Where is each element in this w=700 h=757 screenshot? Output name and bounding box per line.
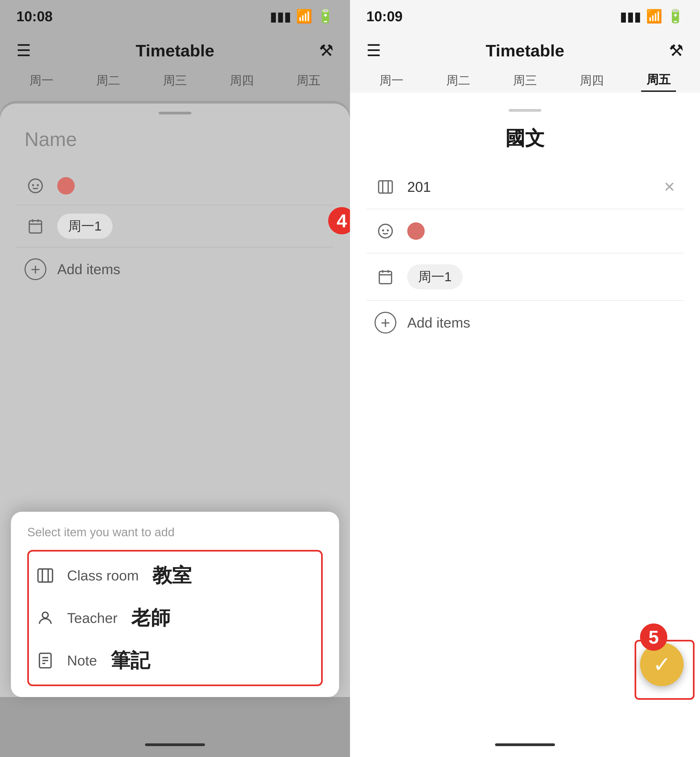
svg-rect-21 (380, 272, 392, 284)
left-panel: 10:08 ▮▮▮ 📶 🔋 ☰ Timetable ⚒ 周一 周二 周三 周四 … (0, 0, 350, 757)
right-tab-tue[interactable]: 周二 (441, 70, 476, 91)
left-bottom-popup: Select item you want to add Class room 教… (11, 512, 339, 697)
right-calendar-icon (375, 266, 396, 288)
right-nav-title: Timetable (486, 41, 564, 60)
right-palette-icon (375, 220, 396, 242)
right-room-value[interactable]: 201 (407, 179, 653, 195)
right-status-icons: ▮▮▮ 📶 🔋 (620, 9, 684, 24)
right-status-bar: 10:09 ▮▮▮ 📶 🔋 (350, 0, 700, 33)
left-classroom-label-en: Class room (67, 567, 139, 584)
right-room-icon (375, 176, 396, 198)
svg-point-1 (32, 184, 34, 186)
left-add-icon[interactable]: + (25, 258, 46, 280)
left-form-title[interactable]: Name (16, 128, 77, 150)
svg-rect-15 (379, 181, 392, 193)
svg-rect-7 (38, 569, 52, 582)
right-nav-bar: ☰ Timetable ⚒ (350, 33, 700, 68)
right-add-items-row[interactable]: + Add items (366, 301, 684, 345)
right-tab-wed[interactable]: 周三 (508, 70, 542, 91)
left-palette-icon (25, 175, 46, 197)
left-note-label-zh: 筆記 (111, 648, 150, 674)
right-signal-icon: ▮▮▮ (620, 9, 641, 24)
left-day-row[interactable]: 周一1 (16, 206, 334, 247)
right-add-items-label[interactable]: Add items (407, 314, 470, 331)
left-teacher-label-zh: 老師 (131, 605, 170, 631)
left-nav-title: Timetable (136, 41, 214, 60)
right-add-icon[interactable]: + (375, 312, 396, 334)
right-sheet-handle (509, 109, 541, 112)
left-teacher-label-en: Teacher (67, 610, 117, 626)
left-hamburger-icon[interactable]: ☰ (16, 41, 31, 60)
right-color-dot[interactable] (407, 222, 425, 240)
left-add-items-label[interactable]: Add items (57, 261, 120, 278)
left-weekday-tabs: 周一 周二 周三 周四 周五 (0, 68, 350, 93)
right-tab-thu[interactable]: 周四 (574, 70, 609, 91)
right-hamburger-icon[interactable]: ☰ (366, 41, 381, 60)
right-filter-icon[interactable]: ⚒ (669, 41, 684, 60)
left-sheet-handle (159, 112, 191, 114)
fab-save-button[interactable]: ✓ (640, 643, 684, 686)
right-wifi-icon: 📶 (646, 9, 662, 24)
left-add-items-row[interactable]: + Add items (16, 247, 334, 291)
signal-icon: ▮▮▮ (270, 9, 291, 24)
right-day-badge[interactable]: 周一1 (407, 264, 462, 289)
annotation-5: 5 (640, 623, 667, 651)
svg-rect-3 (30, 221, 42, 233)
right-status-time: 10:09 (366, 8, 403, 25)
left-tab-wed[interactable]: 周三 (158, 70, 192, 91)
left-popup-classroom[interactable]: Class room 教室 (29, 554, 321, 597)
left-status-bar: 10:08 ▮▮▮ 📶 🔋 (0, 0, 350, 33)
left-status-icons: ▮▮▮ 📶 🔋 (270, 9, 334, 24)
svg-point-0 (29, 179, 42, 193)
right-panel: 10:09 ▮▮▮ 📶 🔋 ☰ Timetable ⚒ 周一 周二 周三 周四 … (350, 0, 700, 757)
battery-icon: 🔋 (317, 9, 334, 24)
left-calendar-icon (25, 215, 46, 237)
note-icon (34, 649, 56, 671)
right-color-row[interactable] (366, 209, 684, 253)
left-status-time: 10:08 (16, 8, 53, 25)
left-popup-note[interactable]: Note 筆記 (29, 639, 321, 682)
left-filter-icon[interactable]: ⚒ (319, 41, 334, 60)
right-tab-mon[interactable]: 周一 (374, 70, 409, 91)
left-color-dot[interactable] (57, 177, 75, 195)
teacher-icon (34, 607, 56, 629)
svg-point-20 (387, 229, 389, 232)
left-red-selection-box: Class room 教室 Teacher 老師 (27, 550, 323, 686)
svg-point-19 (382, 229, 384, 232)
right-close-icon[interactable]: ✕ (664, 179, 675, 195)
left-color-row[interactable] (16, 167, 334, 206)
left-home-bar (145, 743, 205, 746)
left-tab-fri[interactable]: 周五 (291, 70, 326, 91)
svg-point-18 (379, 224, 392, 238)
left-classroom-label-zh: 教室 (152, 562, 192, 588)
left-day-badge[interactable]: 周一1 (57, 214, 112, 239)
right-tab-fri[interactable]: 周五 (641, 69, 676, 92)
svg-point-2 (37, 184, 39, 186)
right-form-title[interactable]: 國文 (505, 125, 545, 151)
left-popup-title: Select item you want to add (27, 525, 323, 539)
left-tab-mon[interactable]: 周一 (24, 70, 59, 91)
left-tab-tue[interactable]: 周二 (91, 70, 126, 91)
left-note-label-en: Note (67, 652, 97, 669)
right-room-row[interactable]: 201 ✕ (366, 165, 684, 209)
right-weekday-tabs: 周一 周二 周三 周四 周五 (350, 68, 700, 93)
fab-checkmark-icon: ✓ (653, 652, 671, 677)
right-home-bar (495, 743, 555, 746)
svg-point-10 (42, 612, 48, 618)
left-nav-bar: ☰ Timetable ⚒ (0, 33, 350, 68)
classroom-icon (34, 565, 56, 587)
right-battery-icon: 🔋 (667, 9, 684, 24)
right-day-row[interactable]: 周一1 (366, 253, 684, 301)
wifi-icon: 📶 (296, 9, 312, 24)
left-tab-thu[interactable]: 周四 (224, 70, 259, 91)
left-popup-teacher[interactable]: Teacher 老師 (29, 597, 321, 639)
